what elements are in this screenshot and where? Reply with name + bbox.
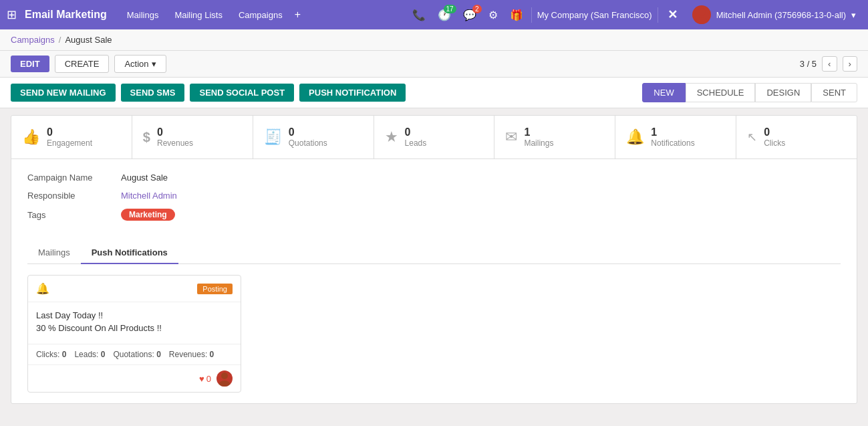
chat-icon[interactable]: 💬 2 — [459, 6, 480, 24]
breadcrumb-bar: Campaigns / August Sale — [0, 29, 868, 51]
tab-sent[interactable]: SENT — [811, 83, 857, 102]
card-revenues-value: 0 — [210, 350, 214, 359]
revenues-icon: $ — [143, 130, 150, 145]
stat-leads[interactable]: ★ 0 Leads — [374, 116, 495, 158]
stat-clicks[interactable]: ↖ 0 Clicks — [736, 116, 857, 158]
engagement-label: Engagement — [47, 138, 92, 148]
grid-icon[interactable]: ⊞ — [7, 7, 17, 22]
tab-new[interactable]: NEW — [642, 83, 685, 102]
card-line1: Last Day Today !! — [36, 310, 233, 320]
view-tabs: NEW SCHEDULE DESIGN SENT — [642, 83, 857, 102]
toolbar: SEND NEW MAILING SEND SMS SEND SOCIAL PO… — [0, 78, 868, 108]
gift-icon[interactable]: 🎁 — [506, 6, 527, 24]
stat-mailings[interactable]: ✉ 1 Mailings — [494, 116, 615, 158]
heart-icon: ♥ — [199, 374, 204, 384]
phone-icon[interactable]: 📞 — [408, 6, 430, 24]
next-button[interactable]: › — [843, 56, 857, 72]
bell-icon: 🔔 — [36, 282, 49, 295]
content-tabs: Mailings Push Notifications — [27, 242, 841, 264]
send-sms-button[interactable]: SEND SMS — [121, 84, 185, 102]
send-social-post-button[interactable]: SEND SOCIAL POST — [190, 84, 294, 102]
leads-count: 0 — [405, 126, 427, 138]
close-button[interactable]: ✕ — [662, 5, 683, 25]
quotations-label: Quotations — [289, 138, 327, 148]
breadcrumb-parent[interactable]: Campaigns — [11, 35, 55, 45]
tags-label: Tags — [27, 210, 121, 220]
card-leads-label: Leads: 0 — [74, 350, 105, 359]
clock-icon[interactable]: 🕐 17 — [434, 6, 455, 24]
edit-button[interactable]: EDIT — [11, 56, 49, 72]
tab-schedule[interactable]: SCHEDULE — [686, 83, 756, 102]
mailings-icon: ✉ — [505, 128, 517, 146]
engagement-count: 0 — [47, 126, 92, 138]
company-selector[interactable]: My Company (San Francisco) — [531, 7, 658, 23]
tab-push-notifications[interactable]: Push Notifications — [81, 242, 178, 264]
responsible-value[interactable]: Mitchell Admin — [121, 191, 177, 201]
card-footer: ♥ 0 — [28, 364, 241, 392]
like-count[interactable]: ♥ 0 — [199, 374, 211, 384]
campaign-name-value: August Sale — [121, 173, 168, 183]
card-header: 🔔 Posting — [28, 276, 241, 302]
stat-revenues[interactable]: $ 0 Revenues — [132, 116, 253, 158]
svg-point-3 — [219, 381, 231, 387]
card-body: Last Day Today !! 30 % Discount On All P… — [28, 302, 241, 344]
nav-links: Mailings Mailing Lists Campaigns — [120, 7, 289, 23]
tag-marketing[interactable]: Marketing — [121, 209, 175, 221]
user-info[interactable]: Mitchell Admin (3756968-13-0-all) ▾ — [687, 5, 861, 24]
revenues-label: Revenues — [157, 138, 193, 148]
responsible-label: Responsible — [27, 191, 121, 201]
clicks-icon: ↖ — [747, 130, 757, 144]
pagination-info: 3 / 5 ‹ › — [800, 56, 857, 72]
mailings-label: Mailings — [524, 138, 553, 148]
revenues-count: 0 — [157, 126, 193, 138]
campaign-name-row: Campaign Name August Sale — [27, 173, 841, 183]
card-line2: 30 % Discount On All Products !! — [36, 323, 233, 333]
nav-link-mailing-lists[interactable]: Mailing Lists — [168, 7, 229, 23]
prev-button[interactable]: ‹ — [822, 56, 837, 72]
card-leads-value: 0 — [101, 350, 106, 359]
card-revenues-label: Revenues: 0 — [169, 350, 214, 359]
card-clicks-label: Clicks: 0 — [36, 350, 66, 359]
action-bar: EDIT CREATE Action ▾ 3 / 5 ‹ › — [0, 51, 868, 78]
like-number: 0 — [206, 374, 211, 384]
nav-link-campaigns[interactable]: Campaigns — [232, 7, 289, 23]
svg-point-2 — [221, 372, 228, 379]
plus-button[interactable]: + — [289, 6, 306, 23]
star-icon[interactable]: ⚙ — [484, 6, 502, 24]
card-quotations-label: Quotations: 0 — [113, 350, 160, 359]
send-new-mailing-button[interactable]: SEND NEW MAILING — [11, 84, 116, 102]
tab-mailings[interactable]: Mailings — [27, 242, 81, 264]
action-label: Action — [124, 59, 148, 69]
tab-design[interactable]: DESIGN — [755, 83, 811, 102]
nav-link-mailings[interactable]: Mailings — [120, 7, 166, 23]
user-avatar — [692, 5, 711, 24]
clicks-label: Clicks — [764, 138, 785, 148]
action-dropdown[interactable]: Action ▾ — [114, 55, 166, 73]
card-quotations-value: 0 — [156, 350, 161, 359]
engagement-icon: 👍 — [22, 128, 40, 146]
card-clicks-value: 0 — [62, 350, 67, 359]
quotations-icon: 🧾 — [264, 128, 282, 146]
user-name: Mitchell Admin (3756968-13-0-all) — [716, 10, 846, 20]
nav-icons: 📞 🕐 17 💬 2 ⚙ 🎁 My Company (San Francisco… — [408, 5, 861, 25]
clock-badge: 17 — [444, 5, 456, 13]
user-dropdown-icon: ▾ — [851, 10, 856, 20]
push-notification-button[interactable]: PUSH NOTIFICATION — [299, 84, 406, 102]
campaign-name-label: Campaign Name — [27, 173, 121, 183]
mailings-count: 1 — [524, 126, 553, 138]
notification-card: 🔔 Posting Last Day Today !! 30 % Discoun… — [27, 275, 241, 393]
responsible-row: Responsible Mitchell Admin — [27, 191, 841, 201]
form-section: Campaign Name August Sale Responsible Mi… — [11, 159, 857, 242]
stat-quotations[interactable]: 🧾 0 Quotations — [253, 116, 374, 158]
stat-engagement[interactable]: 👍 0 Engagement — [11, 116, 132, 158]
quotations-count: 0 — [289, 126, 327, 138]
pagination-text: 3 / 5 — [800, 59, 817, 69]
create-button[interactable]: CREATE — [55, 55, 110, 73]
svg-point-0 — [698, 8, 706, 16]
stats-row: 👍 0 Engagement $ 0 Revenues 🧾 0 Quotatio… — [11, 116, 857, 159]
stat-notifications[interactable]: 🔔 1 Notifications — [615, 116, 736, 158]
app-title: Email Marketing — [25, 9, 107, 21]
notifications-count: 1 — [651, 126, 694, 138]
main-content: 👍 0 Engagement $ 0 Revenues 🧾 0 Quotatio… — [11, 115, 857, 404]
leads-icon: ★ — [385, 128, 398, 146]
